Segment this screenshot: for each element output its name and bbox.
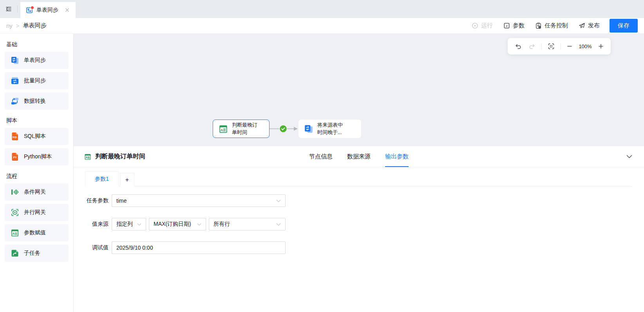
param-tab-1[interactable]: 参数1 — [85, 171, 119, 187]
param-assign-icon: A — [10, 228, 20, 238]
task-file-tab[interactable]: 单表同步 — [20, 2, 76, 18]
collapse-panel-button[interactable] — [625, 153, 634, 160]
section-flow: 流程 — [0, 169, 73, 183]
batch-sync-icon — [10, 76, 20, 85]
palette-item-condition-gateway[interactable]: 条件网关 — [5, 183, 69, 201]
tab-label: 单表同步 — [36, 7, 58, 14]
redo-button[interactable] — [528, 42, 536, 51]
palette-item-sql-script[interactable]: SQL SQL脚本 — [5, 128, 69, 145]
publish-label: 发布 — [588, 22, 600, 29]
breadcrumb-current: 单表同步 — [23, 22, 47, 29]
palette-item-label: 并行网关 — [24, 209, 46, 216]
undo-button[interactable] — [514, 42, 523, 51]
breadcrumb: ny > 单表同步 — [6, 22, 47, 29]
section-basic: 基础 — [0, 37, 73, 52]
window-tab-strip: 单表同步 — [0, 0, 644, 18]
palette-item-param-assign[interactable]: A 参数赋值 — [5, 224, 69, 241]
palette-item-single-table-sync[interactable]: 单表同步 — [5, 52, 69, 69]
chevron-down-icon — [137, 223, 141, 226]
edge-success — [270, 120, 298, 138]
panel-title-group: A 判断最晚订单时间 — [84, 152, 145, 161]
app-window: 单表同步 ny > 单表同步 运行 x — [0, 0, 644, 312]
parameters-label: 参数 — [513, 22, 525, 29]
single-table-sync-icon — [304, 124, 314, 134]
sql-badge-text: SQL — [13, 136, 18, 138]
node-label: 判断最晚订单时间 — [232, 122, 259, 136]
palette-item-label: 子任务 — [24, 250, 40, 257]
parallel-gateway-icon — [10, 208, 20, 217]
palette-item-python-script[interactable]: PY Python脚本 — [5, 148, 69, 165]
task-control-icon — [535, 22, 542, 29]
palette-item-label: 批量同步 — [24, 77, 46, 84]
edge-status-check-icon — [280, 125, 287, 132]
chevron-down-icon — [626, 155, 632, 158]
value-source-rows-value: 所有行 — [213, 221, 230, 228]
collapse-sidebar-icon — [5, 5, 12, 13]
value-source-label: 值来源 — [85, 221, 109, 228]
value-source-aggregate-value: MAX(订购日期) — [154, 221, 191, 228]
tab-output-params[interactable]: 输出参数 — [385, 146, 409, 167]
tab-node-info[interactable]: 节点信息 — [309, 146, 333, 167]
task-control-button[interactable]: 任务控制 — [535, 22, 568, 29]
zoom-out-button[interactable] — [566, 43, 573, 50]
main-column: 100% A 判断最晚订单时间 — [74, 34, 644, 312]
param-form: 任务参数 time 值来源 指定列 — [85, 194, 632, 254]
collapse-sidebar-button[interactable] — [0, 0, 17, 18]
node-palette-sidebar: 基础 单表同步 批量同步 — [0, 34, 74, 312]
palette-item-subtask[interactable]: 子任务 — [5, 245, 69, 262]
zoom-level: 100% — [578, 44, 592, 49]
node-single-table-sync[interactable]: 将来源表中时间晚于... — [298, 120, 361, 138]
unsaved-badge — [31, 6, 34, 9]
panel-body: 参数1 + 任务参数 time 值来源 — [74, 167, 644, 265]
strip-divider — [17, 5, 18, 13]
publish-button[interactable]: 发布 — [579, 22, 600, 29]
tab-data-source[interactable]: 数据来源 — [347, 146, 371, 167]
value-source-rows-select[interactable]: 所有行 — [209, 218, 286, 230]
value-source-row: 值来源 指定列 MAX(订购日期) 所有行 — [85, 218, 632, 230]
palette-item-batch-sync[interactable]: 批量同步 — [5, 72, 69, 89]
value-source-column-select[interactable]: 指定列 — [112, 218, 146, 230]
chevron-down-icon — [276, 223, 281, 226]
node-config-panel: A 判断最晚订单时间 节点信息 数据来源 输出参数 — [74, 146, 644, 312]
subtask-icon — [10, 249, 20, 258]
value-source-column-value: 指定列 — [116, 221, 133, 228]
add-param-tab-button[interactable]: + — [120, 173, 134, 187]
single-table-sync-icon — [10, 56, 20, 65]
run-button[interactable]: 运行 — [472, 22, 493, 29]
palette-item-label: 参数赋值 — [24, 229, 46, 236]
task-param-value: time — [116, 198, 127, 204]
param-assign-icon: A — [218, 124, 228, 134]
data-transform-icon — [10, 96, 20, 106]
flow-canvas[interactable]: 100% A 判断最晚订单时间 — [74, 34, 644, 146]
palette-item-label: Python脚本 — [24, 153, 52, 160]
py-badge-text: PY — [13, 156, 17, 159]
canvas-toolbar: 100% — [508, 38, 611, 54]
param-assign-icon: A — [84, 153, 92, 161]
parameter-tabs: 参数1 + — [85, 171, 632, 187]
palette-item-label: 单表同步 — [24, 57, 46, 64]
node-param-assign[interactable]: A 判断最晚订单时间 — [213, 120, 270, 138]
debug-value-label: 调试值 — [85, 244, 109, 251]
palette-item-parallel-gateway[interactable]: 并行网关 — [5, 204, 69, 221]
panel-header: A 判断最晚订单时间 节点信息 数据来源 输出参数 — [74, 146, 644, 167]
save-button[interactable]: 保存 — [610, 19, 638, 33]
task-param-select[interactable]: time — [112, 194, 286, 207]
panel-tabs: 节点信息 数据来源 输出参数 — [309, 146, 409, 167]
toolbar-divider — [541, 43, 542, 49]
fit-view-button[interactable] — [547, 42, 555, 51]
debug-value-input[interactable] — [112, 241, 286, 254]
close-tab-icon[interactable] — [64, 7, 70, 13]
palette-item-data-transform[interactable]: 数据转换 — [5, 93, 69, 110]
palette-item-label: 数据转换 — [24, 98, 46, 105]
parameters-button[interactable]: x 参数 — [503, 22, 525, 29]
run-icon — [472, 22, 478, 29]
svg-text:A: A — [221, 128, 223, 132]
task-control-label: 任务控制 — [545, 22, 568, 29]
node-label: 将来源表中时间晚于... — [317, 122, 345, 136]
zoom-in-button[interactable] — [597, 43, 604, 50]
svg-text:A: A — [85, 156, 87, 159]
condition-gateway-icon — [10, 187, 20, 197]
task-param-label: 任务参数 — [85, 197, 109, 204]
value-source-aggregate-select[interactable]: MAX(订购日期) — [149, 218, 206, 230]
breadcrumb-parent[interactable]: ny — [6, 22, 13, 29]
